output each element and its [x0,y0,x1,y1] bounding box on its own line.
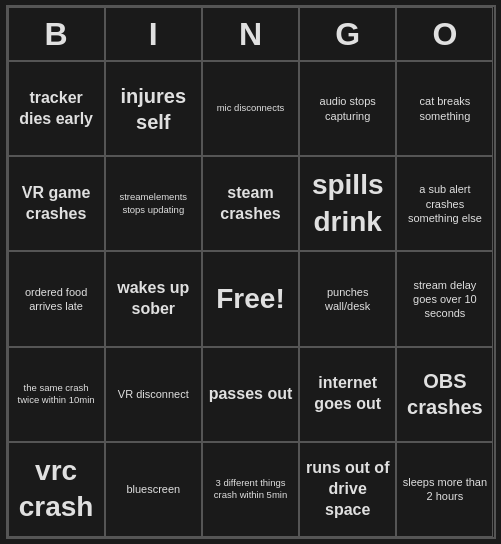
bingo-cell[interactable]: ordered food arrives late [8,251,105,346]
bingo-cell[interactable]: a sub alert crashes something else [396,156,493,251]
cell-text: mic disconnects [217,102,285,114]
cell-text: internet goes out [304,373,391,415]
cell-text: streamelements stops updating [110,191,197,216]
bingo-cell[interactable]: tracker dies early [8,61,105,156]
cell-text: stream delay goes over 10 seconds [401,278,488,321]
cell-text: audio stops capturing [304,94,391,123]
bingo-cell[interactable]: mic disconnects [202,61,299,156]
cell-text: sleeps more than 2 hours [401,475,488,504]
cell-text: injures self [110,83,197,135]
cell-text: cat breaks something [401,94,488,123]
bingo-cell[interactable]: the same crash twice within 10min [8,347,105,442]
cell-text: punches wall/desk [304,285,391,314]
cell-text: tracker dies early [13,88,100,130]
bingo-cell[interactable]: 3 different things crash within 5min [202,442,299,537]
bingo-cell[interactable]: injures self [105,61,202,156]
header-letter: N [202,7,299,61]
cell-text: Free! [216,281,284,317]
cell-text: vrc crash [13,453,100,526]
bingo-cell[interactable]: stream delay goes over 10 seconds [396,251,493,346]
bingo-cell[interactable]: vrc crash [8,442,105,537]
cell-text: OBS crashes [401,368,488,420]
bingo-cell[interactable]: spills drink [299,156,396,251]
bingo-cell[interactable]: punches wall/desk [299,251,396,346]
bingo-cell[interactable]: Free! [202,251,299,346]
cell-text: passes out [209,384,293,405]
bingo-card: BINGO tracker dies earlyinjures selfmic … [6,5,496,539]
header-letter: B [8,7,105,61]
bingo-cell[interactable]: runs out of drive space [299,442,396,537]
bingo-cell[interactable]: audio stops capturing [299,61,396,156]
cell-text: bluescreen [126,482,180,496]
bingo-cell[interactable]: wakes up sober [105,251,202,346]
bingo-cell[interactable]: bluescreen [105,442,202,537]
cell-text: VR game crashes [13,183,100,225]
bingo-cell[interactable]: internet goes out [299,347,396,442]
cell-text: a sub alert crashes something else [401,182,488,225]
cell-text: ordered food arrives late [13,285,100,314]
bingo-cell[interactable]: VR disconnect [105,347,202,442]
header-letter: G [299,7,396,61]
bingo-cell[interactable]: steam crashes [202,156,299,251]
cell-text: 3 different things crash within 5min [207,477,294,502]
bingo-cell[interactable]: VR game crashes [8,156,105,251]
header-letter: O [396,7,493,61]
bingo-grid: tracker dies earlyinjures selfmic discon… [8,61,494,537]
bingo-cell[interactable]: cat breaks something [396,61,493,156]
header-letter: I [105,7,202,61]
bingo-cell[interactable]: OBS crashes [396,347,493,442]
bingo-cell[interactable]: passes out [202,347,299,442]
cell-text: steam crashes [207,183,294,225]
bingo-header: BINGO [8,7,494,61]
cell-text: runs out of drive space [304,458,391,520]
cell-text: wakes up sober [110,278,197,320]
bingo-cell[interactable]: sleeps more than 2 hours [396,442,493,537]
cell-text: VR disconnect [118,387,189,401]
cell-text: the same crash twice within 10min [13,382,100,407]
bingo-cell[interactable]: streamelements stops updating [105,156,202,251]
cell-text: spills drink [304,167,391,240]
